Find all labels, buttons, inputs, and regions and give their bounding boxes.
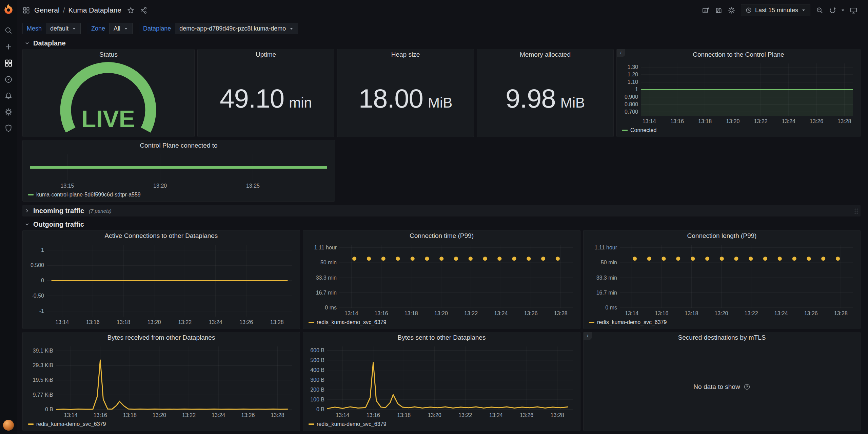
row-header-incoming-traffic[interactable]: Incoming traffic (7 panels) [22, 205, 861, 216]
panel-title[interactable]: Active Connections to other Dataplanes [23, 230, 300, 241]
time-range-label: Last 15 minutes [755, 7, 798, 14]
svg-text:13:26: 13:26 [524, 310, 537, 316]
search-icon [4, 26, 13, 35]
panel-title[interactable]: Connection to the Control Plane [617, 49, 860, 60]
svg-text:13:14: 13:14 [64, 412, 78, 418]
sidebar-item-configuration[interactable] [2, 105, 15, 119]
svg-text:0 B: 0 B [45, 407, 53, 412]
svg-text:13:28: 13:28 [270, 319, 284, 325]
user-avatar[interactable] [3, 420, 14, 431]
panel-title[interactable]: Control Plane connected to [23, 140, 335, 151]
variable-value-dropdown[interactable]: All [109, 23, 133, 34]
legend-item[interactable]: redis_kuma-demo_svc_6379 [306, 318, 577, 327]
refresh-dashboard-button[interactable] [826, 4, 839, 16]
svg-text:13:16: 13:16 [86, 319, 100, 325]
legend-label: kuma-control-plane-5d6f599c6d-sdtpr-a559 [36, 192, 141, 198]
panel-info-icon[interactable]: i [584, 332, 592, 340]
sidebar-item-server-admin[interactable] [2, 121, 15, 135]
panel-title[interactable]: Secured destinations by mTLS [584, 332, 860, 343]
bytes-sent-chart[interactable]: 13:1413:1613:1813:2013:2213:2413:2613:28… [306, 343, 577, 420]
svg-text:39.1 KiB: 39.1 KiB [33, 348, 53, 354]
svg-text:13:14: 13:14 [336, 412, 349, 418]
grafana-logo[interactable] [3, 3, 14, 15]
svg-text:0 ms: 0 ms [605, 305, 617, 310]
panel-title[interactable]: Heap size [337, 49, 474, 60]
clock-icon [745, 7, 752, 14]
svg-text:13:24: 13:24 [212, 412, 225, 418]
cp-connected-to-chart[interactable]: 13:1513:2013:25 [25, 151, 331, 190]
row-title: Dataplane [33, 39, 66, 47]
time-range-picker[interactable]: Last 15 minutes [741, 4, 810, 16]
variable-value-dropdown[interactable]: default [46, 23, 81, 34]
row-drag-handle[interactable] [854, 208, 859, 216]
status-gauge: LIVE [25, 60, 191, 135]
svg-text:13:22: 13:22 [458, 412, 472, 418]
connection-time-chart[interactable]: 13:1413:1613:1813:2013:2213:2413:2613:28… [306, 241, 577, 318]
svg-text:13:16: 13:16 [655, 310, 668, 316]
legend-item[interactable]: kuma-control-plane-5d6f599c6d-sdtpr-a559 [25, 190, 331, 199]
row-header-outgoing-traffic[interactable]: Outgoing traffic [22, 219, 861, 230]
legend-item[interactable]: redis_kuma-demo_svc_6379 [25, 420, 296, 429]
sidebar-item-explore[interactable] [2, 73, 15, 86]
star-dashboard-button[interactable] [124, 4, 137, 16]
chevron-down-icon [801, 8, 806, 13]
svg-text:50 min: 50 min [601, 260, 617, 265]
refresh-interval-dropdown[interactable] [839, 4, 847, 16]
svg-text:13:22: 13:22 [182, 412, 196, 418]
monitor-icon [850, 6, 857, 14]
sidebar-item-create[interactable] [2, 40, 15, 54]
variables-bar: Mesh default Zone All Dataplane demo-app… [17, 20, 868, 37]
bytes-received-chart[interactable]: 13:1413:1613:1813:2013:2213:2413:2613:28… [25, 343, 296, 420]
svg-text:19.5 KiB: 19.5 KiB [33, 377, 53, 383]
svg-text:13:16: 13:16 [670, 118, 684, 124]
panel-title[interactable]: Memory allocated [477, 49, 613, 60]
panel-title[interactable]: Connection time (P99) [303, 230, 580, 241]
legend-item[interactable]: redis_kuma-demo_svc_6379 [586, 318, 857, 327]
panel-title[interactable]: Bytes sent to other Dataplanes [303, 332, 580, 343]
cp-connection-chart[interactable]: 13:1413:1613:1813:2013:2213:2413:2613:28… [619, 60, 857, 126]
breadcrumb-folder[interactable]: General [34, 6, 60, 14]
panel-title[interactable]: Connection length (P99) [584, 230, 860, 241]
help-circle-icon[interactable]: ? [744, 383, 750, 390]
sidebar-item-search[interactable] [2, 24, 15, 37]
legend-label: redis_kuma-demo_svc_6379 [317, 319, 386, 325]
svg-text:13:22: 13:22 [464, 310, 478, 316]
dashboard-settings-button[interactable] [725, 4, 738, 16]
save-dashboard-button[interactable] [712, 4, 725, 16]
legend-item[interactable]: redis_kuma-demo_svc_6379 [306, 420, 577, 429]
svg-text:33.3 min: 33.3 min [596, 275, 617, 281]
svg-text:13:24: 13:24 [494, 310, 508, 316]
variable-value-dropdown[interactable]: demo-app-d789d49c-pzc8l.kuma-demo [175, 23, 298, 34]
panel-connection-time: Connection time (P99) 13:1413:1613:1813:… [303, 230, 580, 329]
svg-text:9.77 KiB: 9.77 KiB [33, 392, 53, 398]
cycle-view-mode-button[interactable] [847, 4, 860, 16]
add-panel-button[interactable] [699, 4, 712, 16]
svg-text:33.3 min: 33.3 min [316, 275, 337, 281]
active-connections-chart[interactable]: 13:1413:1613:1813:2013:2213:2413:2613:28… [25, 241, 296, 327]
svg-text:13:20: 13:20 [434, 310, 448, 316]
breadcrumb-dashboard-title[interactable]: Kuma Dataplane [68, 6, 121, 14]
panel-title[interactable]: Bytes received from other Dataplanes [23, 332, 300, 343]
sidebar-item-alerting[interactable] [2, 89, 15, 102]
panel-title[interactable]: Uptime [198, 49, 334, 60]
panel-info-icon[interactable]: i [617, 49, 625, 57]
svg-text:1.11 hour: 1.11 hour [595, 245, 617, 250]
variable-selected-value: default [50, 25, 68, 32]
share-dashboard-button[interactable] [137, 4, 150, 16]
row-header-dataplane[interactable]: Dataplane [22, 37, 861, 49]
svg-text:1.11 hour: 1.11 hour [314, 245, 337, 250]
legend-item[interactable]: Connected [619, 126, 857, 135]
svg-text:13:18: 13:18 [405, 310, 418, 316]
svg-text:13:24: 13:24 [209, 319, 222, 325]
svg-text:0.800: 0.800 [625, 101, 638, 107]
connection-length-chart[interactable]: 13:1413:1613:1813:2013:2213:2413:2613:28… [586, 241, 857, 318]
panel-title[interactable]: Status [23, 49, 194, 60]
sidebar-item-dashboards[interactable] [2, 56, 15, 70]
svg-text:13:26: 13:26 [241, 412, 255, 418]
share-icon [140, 6, 147, 14]
svg-text:13:16: 13:16 [374, 310, 388, 316]
legend-color-swatch [309, 322, 314, 323]
panel-active-connections: Active Connections to other Dataplanes 1… [22, 230, 300, 329]
zoom-out-time-button[interactable] [813, 4, 826, 16]
svg-text:13:20: 13:20 [428, 412, 441, 418]
